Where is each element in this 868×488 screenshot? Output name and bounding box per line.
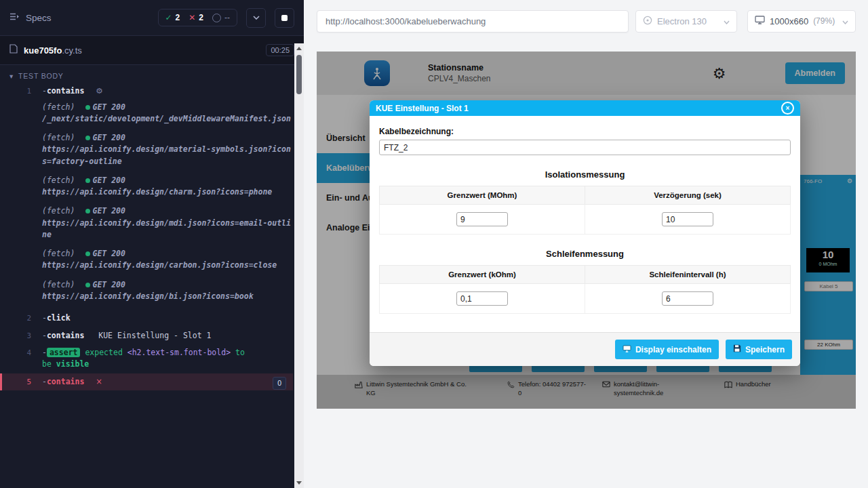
scrollbar-thumb[interactable]: [296, 55, 302, 94]
column-header: Verzögerung (sek): [585, 186, 791, 205]
fetch-log-entry[interactable]: (fetch)GET 200https://api.iconify.design…: [42, 175, 293, 199]
modal-header: KUE Einstellung - Slot 1 ×: [370, 100, 800, 116]
loop-intervall-input[interactable]: [662, 291, 713, 306]
url-input[interactable]: [317, 10, 629, 33]
status-dot: [85, 178, 90, 183]
cypress-reporter: Specs ✓ 2 ✕ 2 --: [0, 0, 304, 488]
command-options-icon[interactable]: ⚙: [96, 86, 102, 96]
command-number: 3: [0, 330, 42, 342]
electron-icon: [643, 16, 652, 27]
failed-count: 2: [199, 13, 203, 22]
kabel-name-input[interactable]: [379, 140, 791, 155]
command-number: 5: [2, 376, 42, 388]
specs-menu-icon[interactable]: [9, 12, 20, 24]
command-argument: KUE Einstellung - Slot 1: [98, 331, 211, 340]
command-name: contains: [47, 86, 84, 96]
test-body-toggle[interactable]: ▾ TEST BODY: [0, 65, 304, 83]
command-row-click[interactable]: 2 -click: [0, 310, 293, 327]
floppy-icon: [733, 344, 741, 354]
schleifen-table: Grenzwert (kOhm) Schleifenintervall (h): [379, 265, 791, 314]
viewport-size: 1000x660: [770, 16, 808, 26]
screen: Specs ✓ 2 ✕ 2 --: [0, 0, 868, 488]
stop-button[interactable]: [275, 8, 294, 28]
iso-grenzwert-input[interactable]: [456, 212, 508, 226]
spec-file-icon: [9, 44, 18, 56]
command-name: contains: [47, 331, 84, 340]
spec-duration: 00:25: [266, 44, 294, 56]
viewport-zoom: (79%): [813, 16, 835, 26]
fetch-log-entry[interactable]: (fetch)GET 200https://api.iconify.design…: [42, 279, 293, 303]
status-dot: [85, 209, 90, 214]
loop-grenzwert-input[interactable]: [456, 291, 508, 306]
stat-failed: ✕ 2: [189, 13, 203, 22]
table-cell: [585, 205, 791, 235]
scroll-down-icon[interactable]: [296, 481, 302, 485]
pending-count: --: [224, 13, 230, 22]
failed-icon: ✕: [189, 13, 195, 22]
app-under-test: Stationsname CPLV4_Maschen ⚙ Abmelden Üb…: [317, 52, 856, 409]
test-stats: ✓ 2 ✕ 2 --: [158, 9, 238, 26]
monitor-icon: [755, 16, 765, 26]
fail-icon: ×: [96, 377, 102, 386]
command-row-contains-3[interactable]: 3 -contains KUE Einstellung - Slot 1: [0, 327, 293, 345]
command-row-contains-failed[interactable]: 5 -contains × 0: [0, 373, 293, 391]
chevron-down-icon: ▾: [9, 72, 14, 80]
stop-icon: [281, 15, 288, 21]
chevron-down-icon: [724, 16, 730, 26]
specs-label[interactable]: Specs: [26, 13, 52, 23]
pending-icon: [212, 14, 221, 22]
kue-settings-modal: KUE Einstellung - Slot 1 × Kabelbezeichn…: [370, 100, 800, 366]
command-row-assert[interactable]: 4 -assert expected <h2.text-sm.font-bold…: [0, 344, 293, 373]
isolation-table: Grenzwert (MOhm) Verzögerung (sek): [379, 186, 791, 235]
status-dot: [85, 251, 90, 256]
display-on-button[interactable]: Display einschalten: [615, 340, 719, 359]
command-number: 2: [0, 312, 42, 325]
iso-verzoegerung-input[interactable]: [662, 212, 713, 226]
isolation-heading: Isolationsmessung: [379, 169, 791, 180]
reporter-scrollbar[interactable]: [294, 43, 304, 488]
spec-file-row[interactable]: kue705fo.cy.ts 00:25: [0, 35, 304, 65]
retry-count-badge: 0: [273, 377, 286, 390]
command-row-contains-1[interactable]: 1 -contains ⚙: [0, 83, 293, 100]
viewport-select[interactable]: 1000x660 (79%): [747, 10, 856, 33]
collapse-button[interactable]: [246, 8, 266, 28]
browser-label: Electron 130: [657, 16, 707, 26]
chevron-down-icon: [842, 16, 848, 26]
fetch-log: (fetch)GET 200/_next/static/development/…: [42, 102, 293, 303]
scroll-up-icon[interactable]: [296, 47, 302, 50]
assert-badge: assert: [47, 348, 81, 357]
kabel-name-label: Kabelbezeichnung:: [379, 127, 791, 136]
command-log: 1 -contains ⚙ (fetch)GET 200/_next/stati…: [0, 83, 304, 390]
status-dot: [85, 136, 90, 140]
column-header: Grenzwert (kOhm): [380, 266, 585, 284]
modal-title: KUE Einstellung - Slot 1: [376, 104, 469, 113]
test-body-label: TEST BODY: [18, 72, 64, 80]
command-number: 1: [0, 85, 42, 98]
fetch-log-entry[interactable]: (fetch)GET 200https://api.iconify.design…: [42, 248, 293, 272]
table-cell: [585, 284, 791, 314]
assert-expected: expected: [85, 348, 122, 357]
column-header: Grenzwert (MOhm): [380, 186, 585, 205]
fetch-log-entry[interactable]: (fetch)GET 200/_next/static/development/…: [42, 102, 293, 125]
column-header: Schleifenintervall (h): [585, 266, 791, 284]
modal-body: Kabelbezeichnung: Isolationsmessung Gren…: [370, 116, 800, 332]
stat-pending: --: [212, 13, 230, 22]
save-button[interactable]: Speichern: [726, 340, 792, 359]
command-name: contains: [47, 377, 84, 386]
fetch-log-entry[interactable]: (fetch)GET 200https://api.iconify.design…: [42, 205, 293, 241]
spec-name: kue705fo.cy.ts: [24, 45, 82, 56]
passed-count: 2: [176, 13, 180, 22]
close-icon[interactable]: ×: [781, 102, 794, 115]
display-icon: [623, 345, 631, 354]
runner-topbar: Electron 130 1000x660 (79%): [304, 0, 868, 42]
table-cell: [380, 205, 585, 235]
browser-select[interactable]: Electron 130: [635, 10, 737, 33]
status-dot: [85, 283, 90, 287]
fetch-log-entry[interactable]: (fetch)GET 200https://api.iconify.design…: [42, 132, 293, 167]
assert-result: be visible: [42, 359, 293, 370]
status-dot: [85, 105, 90, 110]
command-number: 4: [0, 347, 42, 371]
spec-extension: .cy.ts: [62, 45, 81, 56]
schleifen-heading: Schleifenmessung: [379, 249, 791, 259]
stat-passed: ✓ 2: [165, 13, 180, 22]
